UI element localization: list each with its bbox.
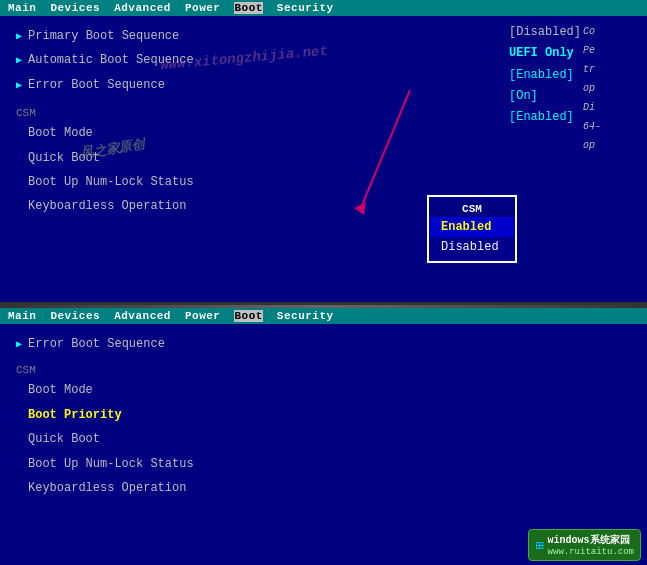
- tab-advanced-b[interactable]: Advanced: [114, 310, 171, 322]
- csm-label-bottom: CSM: [12, 360, 635, 378]
- tab-boot-b[interactable]: Boot: [234, 310, 262, 322]
- val-uefi-only: UEFI Only: [509, 43, 581, 64]
- dropdown-option-enabled[interactable]: Enabled: [429, 217, 515, 237]
- tab-security[interactable]: Security: [277, 2, 334, 14]
- menu-boot-mode-b[interactable]: Boot Mode: [12, 378, 635, 402]
- tab-main[interactable]: Main: [8, 2, 36, 14]
- bottom-panel: Main Devices Advanced Power Boot Securit…: [0, 308, 647, 565]
- menu-keyboardless-top[interactable]: Keyboardless Operation: [12, 194, 635, 218]
- menu-boot-priority[interactable]: Boot Priority: [12, 403, 635, 427]
- top-right-info: Co Pe tr op Di 64- op: [583, 22, 641, 155]
- val-enabled-1: [Enabled]: [509, 65, 581, 86]
- top-right-values: [Disabled] UEFI Only [Enabled] [On] [Ena…: [509, 22, 581, 129]
- windows-icon: ⊞: [535, 537, 543, 554]
- tab-boot[interactable]: Boot: [234, 2, 262, 14]
- bios-header-bottom: Main Devices Advanced Power Boot Securit…: [0, 308, 647, 324]
- top-panel: Main Devices Advanced Power Boot Securit…: [0, 0, 647, 305]
- tab-advanced[interactable]: Advanced: [114, 2, 171, 14]
- windows-badge: ⊞ windows系统家园 www.ruitaitu.com: [528, 529, 641, 561]
- menu-quick-boot-b[interactable]: Quick Boot: [12, 427, 635, 451]
- bios-header-top: Main Devices Advanced Power Boot Securit…: [0, 0, 647, 16]
- tab-power[interactable]: Power: [185, 2, 221, 14]
- tab-devices-b[interactable]: Devices: [50, 310, 100, 322]
- val-disabled-top: [Disabled]: [509, 22, 581, 43]
- csm-dropdown[interactable]: CSM Enabled Disabled: [427, 195, 517, 263]
- menu-keyboardless-b[interactable]: Keyboardless Operation: [12, 476, 635, 500]
- dropdown-title: CSM: [429, 201, 515, 217]
- windows-badge-text: windows系统家园 www.ruitaitu.com: [548, 533, 634, 557]
- menu-numlock-b[interactable]: Boot Up Num-Lock Status: [12, 452, 635, 476]
- tab-main-b[interactable]: Main: [8, 310, 36, 322]
- val-on-1: [On]: [509, 86, 581, 107]
- menu-error-boot-b[interactable]: Error Boot Sequence: [12, 332, 635, 356]
- menu-numlock-top[interactable]: Boot Up Num-Lock Status: [12, 170, 635, 194]
- tab-security-b[interactable]: Security: [277, 310, 334, 322]
- tab-power-b[interactable]: Power: [185, 310, 221, 322]
- menu-quick-boot-top[interactable]: Quick Boot: [12, 146, 635, 170]
- val-enabled-2: [Enabled]: [509, 107, 581, 128]
- bottom-left-menu: Error Boot Sequence CSM Boot Mode Boot P…: [0, 324, 647, 508]
- dropdown-option-disabled[interactable]: Disabled: [429, 237, 515, 257]
- tab-devices[interactable]: Devices: [50, 2, 100, 14]
